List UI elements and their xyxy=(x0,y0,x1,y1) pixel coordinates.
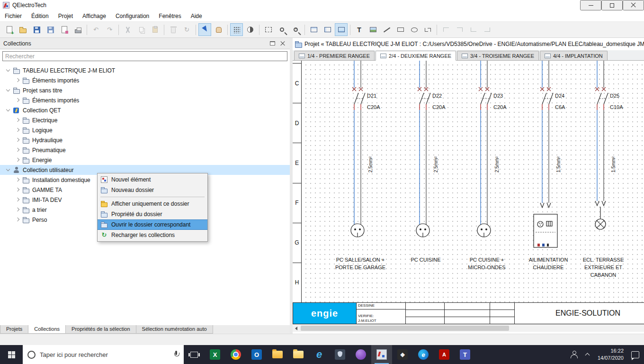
taskbar-acrobat[interactable]: A xyxy=(434,345,455,364)
conductor-angle-button[interactable] xyxy=(453,23,466,36)
project-tab-label[interactable]: Projet « TABLEAU ELECTRIQUE J-M ELIOT : … xyxy=(304,41,644,47)
delete-button[interactable] xyxy=(167,23,179,36)
zoom-reset-button[interactable] xyxy=(289,23,302,36)
diagram-tab[interactable]: 2/4 - DEUXIEME RANGEE xyxy=(376,51,456,61)
save-as-button[interactable] xyxy=(44,23,57,36)
tree-item[interactable]: Hydraulique xyxy=(0,135,290,145)
people-icon[interactable] xyxy=(570,351,578,358)
taskbar-edge[interactable]: e xyxy=(413,345,434,364)
menu-item[interactable]: Configuration xyxy=(111,11,154,21)
chevron-icon[interactable] xyxy=(14,136,21,144)
add-line-button[interactable] xyxy=(380,23,393,36)
chevron-icon[interactable] xyxy=(14,146,21,154)
taskbar-excel[interactable]: X xyxy=(205,345,225,364)
scroll-left-button[interactable] xyxy=(293,325,300,332)
taskbar-search[interactable]: Taper ici pour rechercher xyxy=(23,345,184,364)
context-menu-item[interactable]: Propriété du dossier xyxy=(98,209,207,219)
chevron-icon[interactable] xyxy=(14,196,21,203)
taskbar-ie[interactable]: e xyxy=(309,345,330,364)
horizontal-scrollbar-thumb[interactable] xyxy=(301,326,509,331)
chevron-icon[interactable] xyxy=(14,127,21,134)
zoom-fit-button[interactable] xyxy=(276,23,288,36)
context-menu-item[interactable]: Afficher uniquement ce dossier xyxy=(98,199,207,209)
add-ellipse-button[interactable] xyxy=(408,23,420,36)
contrast-button[interactable] xyxy=(244,23,257,36)
taskbar-security[interactable] xyxy=(330,345,350,364)
chevron-icon[interactable] xyxy=(14,186,21,193)
dock-tab[interactable]: Sélection numérotation auto xyxy=(136,325,213,334)
taskbar-clock[interactable]: 16:22 14/07/2020 xyxy=(598,347,624,362)
tree-item[interactable]: Electrique xyxy=(0,115,290,125)
diagram-tab[interactable]: 3/4 - TROISIEME RANGEE xyxy=(457,51,539,60)
menu-item[interactable]: Édition xyxy=(27,11,54,21)
add-text-button[interactable]: T xyxy=(353,23,366,36)
redo-button[interactable]: ↷ xyxy=(103,23,116,36)
taskbar-qelectrotech[interactable] xyxy=(371,345,392,364)
export-button[interactable] xyxy=(58,23,71,36)
tree-item[interactable]: Pneumatique xyxy=(0,145,290,155)
dock-tab[interactable]: Projets xyxy=(0,325,28,334)
save-button[interactable] xyxy=(30,23,43,36)
copy-button[interactable] xyxy=(135,23,148,36)
task-view-button[interactable] xyxy=(184,345,205,364)
horizontal-scrollbar[interactable] xyxy=(293,324,644,332)
conductor-default-button[interactable] xyxy=(439,23,452,36)
menu-item[interactable]: Projet xyxy=(54,11,78,21)
add-polyline-button[interactable] xyxy=(421,23,434,36)
diagram-tab[interactable]: 4/4 - IMPLANTATION xyxy=(540,51,608,60)
dock-tab[interactable]: Collections xyxy=(28,325,66,334)
open-project-button[interactable] xyxy=(17,23,29,36)
tree-item[interactable]: Éléments importés xyxy=(0,95,290,105)
frame-edit-button[interactable] xyxy=(321,23,334,36)
diagram-canvas[interactable]: C D E F G H xyxy=(293,61,644,324)
action-center-icon[interactable] xyxy=(631,351,639,358)
undo-button[interactable]: ↶ xyxy=(89,23,102,36)
grid-toggle-button[interactable] xyxy=(230,23,243,36)
taskbar-explorer[interactable] xyxy=(267,345,288,364)
undock-panel-button[interactable] xyxy=(268,40,277,47)
hidden-icons-chevron[interactable] xyxy=(585,352,590,357)
new-project-button[interactable] xyxy=(3,23,16,36)
tree-item[interactable]: Éléments importés xyxy=(0,75,290,85)
frame-button[interactable] xyxy=(307,23,320,36)
dock-tab[interactable]: Propriétés de la sélection xyxy=(65,325,136,334)
chevron-icon[interactable] xyxy=(14,216,21,223)
search-input[interactable] xyxy=(2,51,287,61)
taskbar-teams[interactable]: T xyxy=(455,345,475,364)
tree-item[interactable]: Energie xyxy=(0,155,290,165)
chevron-icon[interactable] xyxy=(14,156,21,164)
chevron-icon[interactable] xyxy=(5,67,12,74)
tree-item[interactable]: Collection QET xyxy=(0,105,290,115)
chevron-icon[interactable] xyxy=(5,166,12,173)
menu-item[interactable]: Fichier xyxy=(0,11,27,21)
start-button[interactable] xyxy=(0,345,23,364)
chevron-icon[interactable] xyxy=(14,97,21,104)
print-button[interactable] xyxy=(72,23,84,36)
chevron-icon[interactable] xyxy=(5,87,12,94)
title-bar[interactable]: QElectroTech xyxy=(0,0,644,10)
menu-item[interactable]: Affichage xyxy=(78,11,111,21)
select-mode-button[interactable] xyxy=(198,23,211,36)
close-panel-button[interactable] xyxy=(278,40,286,47)
chevron-icon[interactable] xyxy=(14,117,21,124)
add-image-button[interactable] xyxy=(367,23,379,36)
context-menu-item[interactable]: Nouvel élément xyxy=(98,174,207,185)
context-menu-item[interactable]: Ouvrir le dossier correspondant xyxy=(98,219,207,230)
chevron-icon[interactable] xyxy=(5,107,12,114)
rotate-button[interactable]: ↻ xyxy=(180,23,193,36)
context-menu-item[interactable]: ↻ Recharger les collections xyxy=(98,230,207,240)
taskbar-outlook[interactable]: O xyxy=(246,345,267,364)
chevron-icon[interactable] xyxy=(14,176,21,183)
taskbar-media-player[interactable] xyxy=(350,345,371,364)
tree-item[interactable]: Logique xyxy=(0,125,290,135)
close-button[interactable] xyxy=(623,0,644,10)
minimize-button[interactable] xyxy=(580,0,601,10)
menu-item[interactable]: Aide xyxy=(186,11,207,21)
diagram-tab[interactable]: 1/4 - PREMIERE RANGEE xyxy=(294,51,375,60)
pan-mode-button[interactable] xyxy=(212,23,225,36)
tree-item[interactable]: TABLEAU ELECTRIQUE J-M ELIOT xyxy=(0,65,290,75)
maximize-button[interactable] xyxy=(601,0,623,10)
add-rect-button[interactable] xyxy=(394,23,407,36)
taskbar-folder[interactable] xyxy=(288,345,309,364)
taskbar-chrome[interactable] xyxy=(225,345,246,364)
